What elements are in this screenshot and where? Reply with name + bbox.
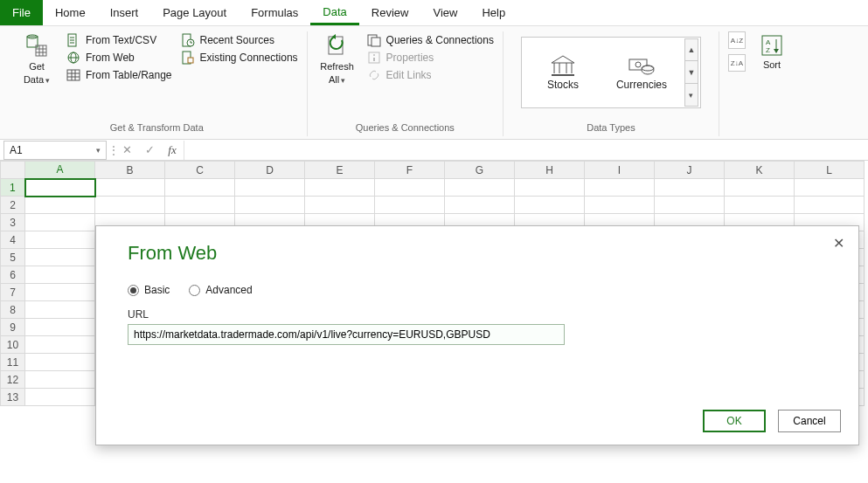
row-header-5[interactable]: 5 xyxy=(1,249,25,266)
formula-bar-separator: ⋮ xyxy=(108,144,115,156)
cell[interactable] xyxy=(655,179,725,197)
cancel-formula-button: ✕ xyxy=(115,141,138,160)
cell[interactable] xyxy=(25,249,95,266)
cell[interactable] xyxy=(795,197,865,214)
cell[interactable] xyxy=(305,179,375,197)
cell[interactable] xyxy=(165,179,235,197)
cell[interactable] xyxy=(25,336,95,354)
from-table-range-button[interactable]: From Table/Range xyxy=(66,66,172,84)
col-header-k[interactable]: K xyxy=(725,162,795,179)
data-type-stocks[interactable]: Stocks xyxy=(524,54,602,91)
col-header-i[interactable]: I xyxy=(585,162,655,179)
cell[interactable] xyxy=(445,179,515,197)
cell[interactable] xyxy=(95,197,165,214)
col-header-f[interactable]: F xyxy=(375,162,445,179)
name-box[interactable]: A1 ▾ xyxy=(3,141,107,160)
cell[interactable] xyxy=(655,197,725,214)
menu-formulas[interactable]: Formulas xyxy=(239,0,310,25)
row-header-10[interactable]: 10 xyxy=(1,336,25,354)
ok-button[interactable]: OK xyxy=(703,410,766,432)
cell[interactable] xyxy=(165,197,235,214)
queries-connections-button[interactable]: Queries & Connections xyxy=(367,31,494,49)
cell[interactable] xyxy=(25,231,95,249)
row-header-8[interactable]: 8 xyxy=(1,301,25,319)
cell[interactable] xyxy=(585,197,655,214)
menu-home[interactable]: Home xyxy=(43,0,98,25)
url-input[interactable] xyxy=(128,324,565,345)
col-header-b[interactable]: B xyxy=(95,162,165,179)
col-header-e[interactable]: E xyxy=(305,162,375,179)
row-header-4[interactable]: 4 xyxy=(1,231,25,249)
data-types-scroll-up[interactable]: ▲ xyxy=(684,38,698,61)
sort-asc-button[interactable]: A↓Z xyxy=(728,31,746,49)
row-header-13[interactable]: 13 xyxy=(1,389,25,406)
col-header-a[interactable]: A xyxy=(25,162,95,179)
col-header-d[interactable]: D xyxy=(235,162,305,179)
data-types-expand[interactable]: ▾ xyxy=(684,84,698,107)
dialog-close-button[interactable]: ✕ xyxy=(827,231,850,254)
cell[interactable] xyxy=(585,179,655,197)
cell[interactable] xyxy=(515,179,585,197)
sort-desc-button[interactable]: Z↓A xyxy=(728,54,746,72)
cell[interactable] xyxy=(375,179,445,197)
select-all-corner[interactable] xyxy=(1,162,25,179)
cell[interactable] xyxy=(25,354,95,371)
radio-advanced[interactable]: Advanced xyxy=(189,284,252,296)
cell-a1[interactable] xyxy=(25,179,95,197)
recent-sources-button[interactable]: Recent Sources xyxy=(181,31,298,49)
row-header-3[interactable]: 3 xyxy=(1,214,25,231)
data-types-scroll-down[interactable]: ▼ xyxy=(684,61,698,84)
sort-label: Sort xyxy=(763,59,781,71)
row-header-9[interactable]: 9 xyxy=(1,319,25,336)
col-header-l[interactable]: L xyxy=(795,162,865,179)
svg-marker-32 xyxy=(552,56,574,63)
row-header-1[interactable]: 1 xyxy=(1,179,25,197)
radio-basic[interactable]: Basic xyxy=(128,284,170,296)
cell[interactable] xyxy=(25,371,95,389)
cell[interactable] xyxy=(95,179,165,197)
cell[interactable] xyxy=(795,179,865,197)
row-header-2[interactable]: 2 xyxy=(1,197,25,214)
existing-connections-button[interactable]: Existing Connections xyxy=(181,49,298,66)
menu-help[interactable]: Help xyxy=(469,0,517,25)
menu-data[interactable]: Data xyxy=(310,0,358,25)
from-web-button[interactable]: From Web xyxy=(66,49,172,66)
menu-page-layout[interactable]: Page Layout xyxy=(150,0,239,25)
cell[interactable] xyxy=(305,197,375,214)
cancel-button[interactable]: Cancel xyxy=(778,410,841,432)
cell[interactable] xyxy=(235,179,305,197)
from-text-csv-button[interactable]: From Text/CSV xyxy=(66,31,172,49)
row-header-12[interactable]: 12 xyxy=(1,371,25,389)
insert-function-button[interactable]: fx xyxy=(161,141,184,160)
cell[interactable] xyxy=(25,301,95,319)
cell[interactable] xyxy=(725,179,795,197)
data-type-currencies[interactable]: Currencies xyxy=(602,54,681,91)
menu-review[interactable]: Review xyxy=(359,0,421,25)
row-header-11[interactable]: 11 xyxy=(1,354,25,371)
cell[interactable] xyxy=(375,197,445,214)
sort-button[interactable]: AZ Sort xyxy=(754,31,789,71)
menu-view[interactable]: View xyxy=(420,0,469,25)
col-header-g[interactable]: G xyxy=(445,162,515,179)
cell[interactable] xyxy=(515,197,585,214)
cell[interactable] xyxy=(25,197,95,214)
cell[interactable] xyxy=(725,197,795,214)
cell[interactable] xyxy=(25,284,95,301)
col-header-h[interactable]: H xyxy=(515,162,585,179)
group-data-types-label: Data Types xyxy=(587,121,635,136)
row-header-7[interactable]: 7 xyxy=(1,284,25,301)
cell[interactable] xyxy=(25,319,95,336)
formula-input[interactable] xyxy=(184,141,868,160)
row-header-6[interactable]: 6 xyxy=(1,266,25,284)
col-header-j[interactable]: J xyxy=(655,162,725,179)
cell[interactable] xyxy=(235,197,305,214)
cell[interactable] xyxy=(25,266,95,284)
menu-insert[interactable]: Insert xyxy=(98,0,151,25)
menu-file[interactable]: File xyxy=(0,0,43,25)
refresh-all-button[interactable]: Refresh All▾ xyxy=(316,31,358,86)
cell[interactable] xyxy=(25,389,95,406)
col-header-c[interactable]: C xyxy=(165,162,235,179)
get-data-button[interactable]: Get Data▾ xyxy=(16,31,58,86)
cell[interactable] xyxy=(445,197,515,214)
cell[interactable] xyxy=(25,214,95,231)
